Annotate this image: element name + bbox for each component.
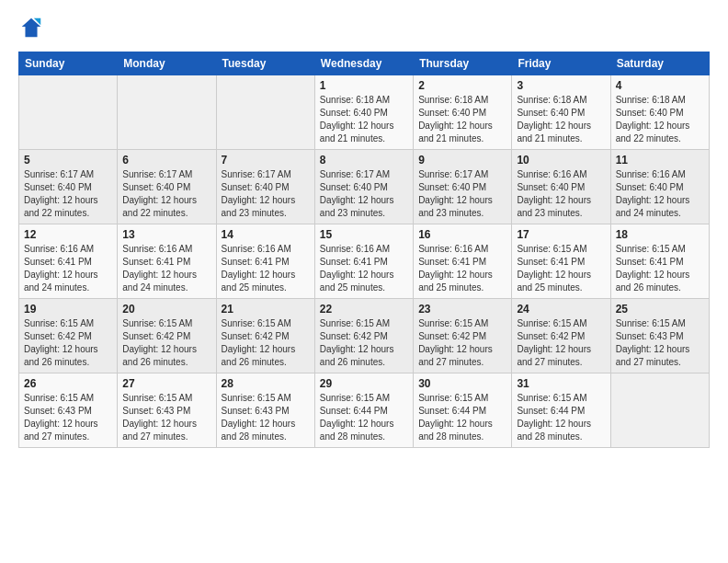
- day-info: Sunrise: 6:15 AM Sunset: 6:42 PM Dayligh…: [517, 317, 605, 369]
- day-number: 4: [616, 79, 704, 92]
- calendar-cell: 7Sunrise: 6:17 AM Sunset: 6:40 PM Daylig…: [216, 150, 314, 224]
- calendar-cell: 26Sunrise: 6:15 AM Sunset: 6:43 PM Dayli…: [19, 373, 118, 448]
- calendar-cell: 27Sunrise: 6:15 AM Sunset: 6:43 PM Dayli…: [118, 373, 216, 448]
- day-info: Sunrise: 6:15 AM Sunset: 6:44 PM Dayligh…: [517, 392, 605, 443]
- calendar-week-2: 5Sunrise: 6:17 AM Sunset: 6:40 PM Daylig…: [19, 150, 710, 224]
- calendar-cell: [19, 75, 118, 150]
- day-info: Sunrise: 6:15 AM Sunset: 6:42 PM Dayligh…: [24, 317, 112, 369]
- calendar-cell: 24Sunrise: 6:15 AM Sunset: 6:42 PM Dayli…: [512, 299, 610, 373]
- calendar-cell: 3Sunrise: 6:18 AM Sunset: 6:40 PM Daylig…: [512, 75, 610, 150]
- day-info: Sunrise: 6:16 AM Sunset: 6:41 PM Dayligh…: [122, 243, 210, 294]
- day-info: Sunrise: 6:16 AM Sunset: 6:41 PM Dayligh…: [320, 243, 408, 294]
- day-number: 27: [122, 377, 210, 390]
- day-number: 13: [122, 228, 210, 241]
- day-info: Sunrise: 6:15 AM Sunset: 6:44 PM Dayligh…: [320, 392, 408, 443]
- day-number: 18: [616, 228, 704, 241]
- day-info: Sunrise: 6:15 AM Sunset: 6:42 PM Dayligh…: [418, 317, 506, 369]
- page: SundayMondayTuesdayWednesdayThursdayFrid…: [0, 0, 728, 563]
- day-info: Sunrise: 6:16 AM Sunset: 6:41 PM Dayligh…: [222, 243, 310, 294]
- calendar-cell: 14Sunrise: 6:16 AM Sunset: 6:41 PM Dayli…: [216, 224, 314, 299]
- day-info: Sunrise: 6:18 AM Sunset: 6:40 PM Dayligh…: [418, 94, 506, 145]
- day-number: 23: [418, 303, 506, 316]
- day-info: Sunrise: 6:15 AM Sunset: 6:43 PM Dayligh…: [222, 392, 310, 443]
- day-info: Sunrise: 6:17 AM Sunset: 6:40 PM Dayligh…: [320, 168, 408, 220]
- day-info: Sunrise: 6:16 AM Sunset: 6:41 PM Dayligh…: [418, 243, 506, 294]
- calendar-cell: 25Sunrise: 6:15 AM Sunset: 6:43 PM Dayli…: [610, 299, 709, 373]
- day-info: Sunrise: 6:15 AM Sunset: 6:42 PM Dayligh…: [320, 317, 408, 369]
- day-number: 7: [222, 154, 310, 167]
- calendar-cell: 16Sunrise: 6:16 AM Sunset: 6:41 PM Dayli…: [414, 224, 512, 299]
- day-number: 31: [517, 377, 605, 390]
- calendar-cell: [610, 373, 709, 448]
- day-number: 26: [24, 377, 112, 390]
- header-day-saturday: Saturday: [610, 52, 709, 75]
- header-day-tuesday: Tuesday: [216, 52, 314, 75]
- calendar-cell: 9Sunrise: 6:17 AM Sunset: 6:40 PM Daylig…: [414, 150, 512, 224]
- calendar-cell: 5Sunrise: 6:17 AM Sunset: 6:40 PM Daylig…: [19, 150, 118, 224]
- day-info: Sunrise: 6:15 AM Sunset: 6:43 PM Dayligh…: [122, 392, 210, 443]
- day-number: 24: [517, 303, 605, 316]
- header-day-sunday: Sunday: [19, 52, 118, 75]
- calendar-table: SundayMondayTuesdayWednesdayThursdayFrid…: [18, 52, 710, 448]
- day-info: Sunrise: 6:15 AM Sunset: 6:43 PM Dayligh…: [24, 392, 112, 443]
- day-info: Sunrise: 6:15 AM Sunset: 6:42 PM Dayligh…: [222, 317, 310, 369]
- day-number: 15: [320, 228, 408, 241]
- day-number: 8: [320, 154, 408, 167]
- calendar-cell: 8Sunrise: 6:17 AM Sunset: 6:40 PM Daylig…: [314, 150, 413, 224]
- day-number: 28: [222, 377, 310, 390]
- calendar-header: SundayMondayTuesdayWednesdayThursdayFrid…: [19, 52, 710, 75]
- day-info: Sunrise: 6:15 AM Sunset: 6:43 PM Dayligh…: [616, 317, 704, 369]
- calendar-cell: 19Sunrise: 6:15 AM Sunset: 6:42 PM Dayli…: [19, 299, 118, 373]
- calendar-cell: 17Sunrise: 6:15 AM Sunset: 6:41 PM Dayli…: [512, 224, 610, 299]
- day-number: 2: [418, 79, 506, 92]
- day-number: 12: [24, 228, 112, 241]
- day-info: Sunrise: 6:15 AM Sunset: 6:42 PM Dayligh…: [122, 317, 210, 369]
- day-info: Sunrise: 6:15 AM Sunset: 6:41 PM Dayligh…: [517, 243, 605, 294]
- day-number: 11: [616, 154, 704, 167]
- day-number: 9: [418, 154, 506, 167]
- day-info: Sunrise: 6:18 AM Sunset: 6:40 PM Dayligh…: [616, 94, 704, 145]
- day-number: 25: [616, 303, 704, 316]
- calendar-cell: 2Sunrise: 6:18 AM Sunset: 6:40 PM Daylig…: [414, 75, 512, 150]
- calendar-cell: [216, 75, 314, 150]
- calendar-cell: 22Sunrise: 6:15 AM Sunset: 6:42 PM Dayli…: [314, 299, 413, 373]
- day-info: Sunrise: 6:18 AM Sunset: 6:40 PM Dayligh…: [517, 94, 605, 145]
- header-day-friday: Friday: [512, 52, 610, 75]
- calendar-cell: 10Sunrise: 6:16 AM Sunset: 6:40 PM Dayli…: [512, 150, 610, 224]
- day-info: Sunrise: 6:16 AM Sunset: 6:40 PM Dayligh…: [517, 168, 605, 220]
- header-day-thursday: Thursday: [414, 52, 512, 75]
- calendar-cell: 23Sunrise: 6:15 AM Sunset: 6:42 PM Dayli…: [414, 299, 512, 373]
- day-number: 6: [122, 154, 210, 167]
- calendar-cell: 20Sunrise: 6:15 AM Sunset: 6:42 PM Dayli…: [118, 299, 216, 373]
- calendar-cell: 11Sunrise: 6:16 AM Sunset: 6:40 PM Dayli…: [610, 150, 709, 224]
- day-number: 30: [418, 377, 506, 390]
- day-info: Sunrise: 6:16 AM Sunset: 6:40 PM Dayligh…: [616, 168, 704, 220]
- day-number: 17: [517, 228, 605, 241]
- day-number: 19: [24, 303, 112, 316]
- calendar-cell: [118, 75, 216, 150]
- day-number: 10: [517, 154, 605, 167]
- calendar-cell: 13Sunrise: 6:16 AM Sunset: 6:41 PM Dayli…: [118, 224, 216, 299]
- calendar-body: 1Sunrise: 6:18 AM Sunset: 6:40 PM Daylig…: [19, 75, 710, 448]
- calendar-cell: 1Sunrise: 6:18 AM Sunset: 6:40 PM Daylig…: [314, 75, 413, 150]
- calendar-cell: 18Sunrise: 6:15 AM Sunset: 6:41 PM Dayli…: [610, 224, 709, 299]
- calendar-cell: 28Sunrise: 6:15 AM Sunset: 6:43 PM Dayli…: [216, 373, 314, 448]
- calendar-cell: 21Sunrise: 6:15 AM Sunset: 6:42 PM Dayli…: [216, 299, 314, 373]
- calendar-week-4: 19Sunrise: 6:15 AM Sunset: 6:42 PM Dayli…: [19, 299, 710, 373]
- header: [18, 15, 710, 40]
- day-number: 16: [418, 228, 506, 241]
- calendar-cell: 15Sunrise: 6:16 AM Sunset: 6:41 PM Dayli…: [314, 224, 413, 299]
- day-number: 22: [320, 303, 408, 316]
- day-info: Sunrise: 6:15 AM Sunset: 6:41 PM Dayligh…: [616, 243, 704, 294]
- logo: [18, 15, 48, 40]
- header-day-wednesday: Wednesday: [314, 52, 413, 75]
- day-number: 20: [122, 303, 210, 316]
- header-row: SundayMondayTuesdayWednesdayThursdayFrid…: [19, 52, 710, 75]
- day-number: 5: [24, 154, 112, 167]
- day-info: Sunrise: 6:15 AM Sunset: 6:44 PM Dayligh…: [418, 392, 506, 443]
- day-info: Sunrise: 6:17 AM Sunset: 6:40 PM Dayligh…: [122, 168, 210, 220]
- calendar-week-5: 26Sunrise: 6:15 AM Sunset: 6:43 PM Dayli…: [19, 373, 710, 448]
- day-number: 1: [320, 79, 408, 92]
- day-info: Sunrise: 6:18 AM Sunset: 6:40 PM Dayligh…: [320, 94, 408, 145]
- day-number: 21: [222, 303, 310, 316]
